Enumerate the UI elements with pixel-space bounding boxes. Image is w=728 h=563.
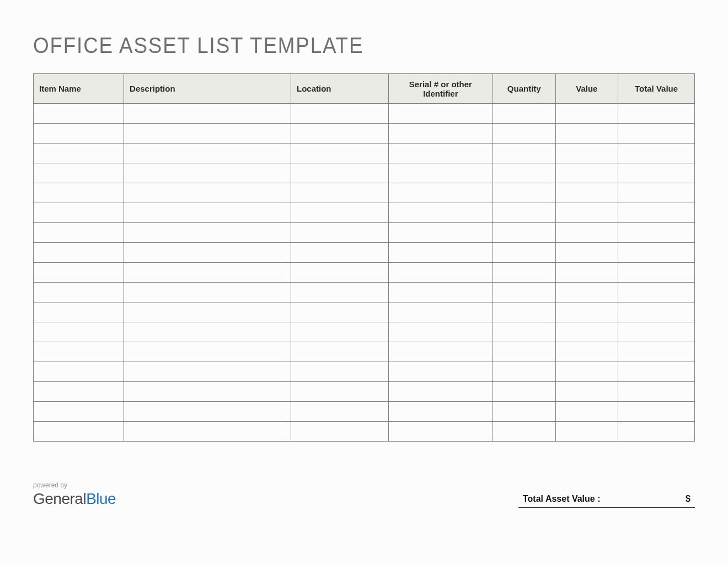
table-cell[interactable]	[124, 382, 291, 402]
table-cell[interactable]	[34, 283, 124, 302]
table-cell[interactable]	[493, 124, 555, 144]
table-cell[interactable]	[34, 382, 124, 402]
table-cell[interactable]	[34, 302, 124, 322]
table-cell[interactable]	[124, 124, 291, 144]
table-cell[interactable]	[388, 124, 493, 144]
table-cell[interactable]	[493, 382, 555, 402]
table-cell[interactable]	[555, 263, 618, 283]
table-cell[interactable]	[618, 362, 695, 382]
table-cell[interactable]	[618, 104, 695, 124]
table-cell[interactable]	[555, 422, 618, 442]
table-cell[interactable]	[388, 322, 493, 342]
table-cell[interactable]	[618, 382, 695, 402]
table-cell[interactable]	[291, 223, 388, 243]
table-cell[interactable]	[291, 263, 388, 283]
table-cell[interactable]	[124, 263, 291, 283]
table-cell[interactable]	[388, 263, 493, 283]
table-cell[interactable]	[493, 402, 555, 422]
table-cell[interactable]	[291, 104, 388, 124]
table-cell[interactable]	[618, 283, 695, 302]
table-cell[interactable]	[124, 203, 291, 223]
table-cell[interactable]	[291, 183, 388, 203]
table-cell[interactable]	[493, 422, 555, 442]
table-cell[interactable]	[388, 362, 493, 382]
table-cell[interactable]	[388, 402, 493, 422]
table-cell[interactable]	[388, 203, 493, 223]
table-cell[interactable]	[124, 302, 291, 322]
table-cell[interactable]	[388, 422, 493, 442]
table-cell[interactable]	[618, 203, 695, 223]
table-cell[interactable]	[388, 342, 493, 362]
table-cell[interactable]	[34, 342, 124, 362]
table-cell[interactable]	[618, 223, 695, 243]
table-cell[interactable]	[34, 223, 124, 243]
table-cell[interactable]	[388, 163, 493, 183]
table-cell[interactable]	[555, 223, 618, 243]
table-cell[interactable]	[388, 382, 493, 402]
table-cell[interactable]	[555, 302, 618, 322]
table-cell[interactable]	[618, 144, 695, 163]
table-cell[interactable]	[493, 243, 555, 263]
table-cell[interactable]	[388, 104, 493, 124]
table-cell[interactable]	[493, 263, 555, 283]
table-cell[interactable]	[291, 163, 388, 183]
table-cell[interactable]	[291, 203, 388, 223]
table-cell[interactable]	[493, 302, 555, 322]
table-cell[interactable]	[555, 342, 618, 362]
table-cell[interactable]	[555, 183, 618, 203]
table-cell[interactable]	[34, 263, 124, 283]
table-cell[interactable]	[291, 302, 388, 322]
table-cell[interactable]	[291, 283, 388, 302]
table-cell[interactable]	[555, 163, 618, 183]
table-cell[interactable]	[124, 104, 291, 124]
table-cell[interactable]	[388, 183, 493, 203]
table-cell[interactable]	[124, 283, 291, 302]
table-cell[interactable]	[388, 302, 493, 322]
table-cell[interactable]	[291, 322, 388, 342]
table-cell[interactable]	[124, 183, 291, 203]
table-cell[interactable]	[493, 104, 555, 124]
table-cell[interactable]	[124, 243, 291, 263]
table-cell[interactable]	[34, 124, 124, 144]
table-cell[interactable]	[34, 362, 124, 382]
table-cell[interactable]	[618, 243, 695, 263]
table-cell[interactable]	[493, 362, 555, 382]
table-cell[interactable]	[291, 362, 388, 382]
table-cell[interactable]	[618, 342, 695, 362]
table-cell[interactable]	[493, 183, 555, 203]
table-cell[interactable]	[493, 342, 555, 362]
table-cell[interactable]	[618, 302, 695, 322]
table-cell[interactable]	[493, 203, 555, 223]
table-cell[interactable]	[34, 402, 124, 422]
table-cell[interactable]	[291, 243, 388, 263]
table-cell[interactable]	[555, 144, 618, 163]
table-cell[interactable]	[34, 422, 124, 442]
table-cell[interactable]	[124, 163, 291, 183]
table-cell[interactable]	[388, 283, 493, 302]
table-cell[interactable]	[388, 223, 493, 243]
table-cell[interactable]	[34, 243, 124, 263]
table-cell[interactable]	[124, 144, 291, 163]
table-cell[interactable]	[34, 203, 124, 223]
table-cell[interactable]	[34, 163, 124, 183]
table-cell[interactable]	[555, 283, 618, 302]
table-cell[interactable]	[388, 144, 493, 163]
table-cell[interactable]	[124, 223, 291, 243]
table-cell[interactable]	[34, 183, 124, 203]
table-cell[interactable]	[618, 163, 695, 183]
table-cell[interactable]	[291, 382, 388, 402]
table-cell[interactable]	[124, 422, 291, 442]
table-cell[interactable]	[618, 263, 695, 283]
table-cell[interactable]	[618, 183, 695, 203]
table-cell[interactable]	[618, 322, 695, 342]
table-cell[interactable]	[34, 322, 124, 342]
table-cell[interactable]	[618, 402, 695, 422]
table-cell[interactable]	[291, 342, 388, 362]
table-cell[interactable]	[555, 322, 618, 342]
table-cell[interactable]	[493, 322, 555, 342]
table-cell[interactable]	[493, 283, 555, 302]
table-cell[interactable]	[34, 104, 124, 124]
table-cell[interactable]	[618, 124, 695, 144]
table-cell[interactable]	[291, 402, 388, 422]
table-cell[interactable]	[124, 342, 291, 362]
